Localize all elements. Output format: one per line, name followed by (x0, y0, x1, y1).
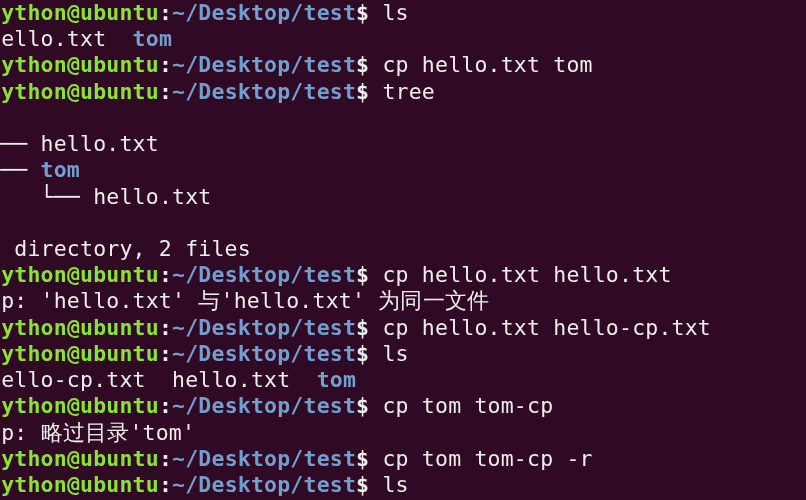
prompt-user: python (0, 79, 67, 104)
prompt-path: ~/Desktop/test (172, 0, 356, 25)
prompt-user: python (0, 472, 67, 497)
prompt-host: ubuntu (80, 341, 159, 366)
prompt-user: python (0, 262, 67, 287)
command-text: cp hello.txt hello-cp.txt (382, 315, 711, 340)
prompt-dollar: $ (356, 0, 369, 25)
prompt-dollar: $ (356, 446, 369, 471)
prompt-user: python (0, 341, 67, 366)
prompt-path: ~/Desktop/test (172, 472, 356, 497)
command-text: cp hello.txt hello.txt (382, 262, 671, 287)
prompt-at: @ (67, 472, 80, 497)
prompt-at: @ (67, 262, 80, 287)
prompt-colon: : (159, 341, 172, 366)
ls-output: hello-cp.txt hello.txt tom (0, 367, 806, 393)
command-text: ls (382, 341, 408, 366)
prompt-line: python@ubuntu:~/Desktop/test$ ls (0, 341, 806, 367)
command-text: cp tom tom-cp (382, 393, 553, 418)
prompt-path: ~/Desktop/test (172, 79, 356, 104)
prompt-dollar: $ (356, 262, 369, 287)
ls-file-entry: hello-cp.txt (0, 367, 146, 392)
blank-line (0, 210, 806, 236)
prompt-host: ubuntu (80, 446, 159, 471)
command-text: ls (382, 0, 408, 25)
ls-file-entry: hello.txt (172, 367, 290, 392)
ls-file-entry (106, 26, 132, 51)
prompt-colon: : (159, 446, 172, 471)
prompt-path: ~/Desktop/test (172, 315, 356, 340)
tree-file-entry: hello.txt (41, 131, 159, 156)
prompt-path: ~/Desktop/test (172, 341, 356, 366)
terminal-output[interactable]: python@ubuntu:~/Desktop/test$ lshello.tx… (0, 0, 806, 498)
prompt-dollar: $ (356, 79, 369, 104)
prompt-path: ~/Desktop/test (172, 52, 356, 77)
prompt-line: python@ubuntu:~/Desktop/test$ ls (0, 472, 806, 498)
prompt-path: ~/Desktop/test (172, 262, 356, 287)
prompt-path: ~/Desktop/test (172, 446, 356, 471)
prompt-line: python@ubuntu:~/Desktop/test$ cp tom tom… (0, 393, 806, 419)
ls-dir-entry: tom (133, 26, 172, 51)
output-line: cp: 略过目录'tom' (0, 420, 806, 446)
prompt-host: ubuntu (80, 262, 159, 287)
tree-file-entry: hello.txt (93, 184, 211, 209)
prompt-line: python@ubuntu:~/Desktop/test$ tree (0, 79, 806, 105)
prompt-colon: : (159, 52, 172, 77)
prompt-user: python (0, 393, 67, 418)
prompt-colon: : (159, 393, 172, 418)
prompt-path: ~/Desktop/test (172, 393, 356, 418)
prompt-line: python@ubuntu:~/Desktop/test$ cp hello.t… (0, 52, 806, 78)
prompt-host: ubuntu (80, 79, 159, 104)
output-line: cp: 'hello.txt' 与'hello.txt' 为同一文件 (0, 288, 806, 314)
tree-line: ├── hello.txt (0, 131, 806, 157)
prompt-user: python (0, 52, 67, 77)
tree-prefix: ├── (0, 131, 41, 156)
ls-file-entry (290, 367, 316, 392)
prompt-host: ubuntu (80, 315, 159, 340)
prompt-at: @ (67, 446, 80, 471)
ls-file-entry (146, 367, 172, 392)
prompt-at: @ (67, 341, 80, 366)
prompt-host: ubuntu (80, 472, 159, 497)
prompt-at: @ (67, 393, 80, 418)
prompt-dollar: $ (356, 393, 369, 418)
prompt-user: python (0, 0, 67, 25)
command-text: tree (382, 79, 435, 104)
prompt-line: python@ubuntu:~/Desktop/test$ cp hello.t… (0, 262, 806, 288)
prompt-host: ubuntu (80, 52, 159, 77)
prompt-dollar: $ (356, 52, 369, 77)
prompt-user: python (0, 446, 67, 471)
ls-output: hello.txt tom (0, 26, 806, 52)
prompt-user: python (0, 315, 67, 340)
output-line: . (0, 105, 806, 131)
prompt-at: @ (67, 52, 80, 77)
prompt-colon: : (159, 315, 172, 340)
prompt-host: ubuntu (80, 0, 159, 25)
prompt-colon: : (159, 472, 172, 497)
ls-dir-entry: tom (317, 367, 356, 392)
tree-line: └── tom (0, 157, 806, 183)
tree-prefix: └── (0, 184, 93, 209)
command-text: cp hello.txt tom (382, 52, 592, 77)
prompt-at: @ (67, 0, 80, 25)
prompt-line: python@ubuntu:~/Desktop/test$ ls (0, 0, 806, 26)
output-line: 1 directory, 2 files (0, 236, 806, 262)
prompt-dollar: $ (356, 472, 369, 497)
ls-file-entry: hello.txt (0, 26, 106, 51)
tree-dir-entry: tom (41, 157, 80, 182)
prompt-colon: : (159, 0, 172, 25)
prompt-dollar: $ (356, 315, 369, 340)
prompt-colon: : (159, 262, 172, 287)
prompt-dollar: $ (356, 341, 369, 366)
prompt-host: ubuntu (80, 393, 159, 418)
prompt-colon: : (159, 79, 172, 104)
prompt-line: python@ubuntu:~/Desktop/test$ cp tom tom… (0, 446, 806, 472)
tree-line: └── hello.txt (0, 184, 806, 210)
prompt-line: python@ubuntu:~/Desktop/test$ cp hello.t… (0, 315, 806, 341)
command-text: cp tom tom-cp -r (382, 446, 592, 471)
prompt-at: @ (67, 315, 80, 340)
tree-prefix: └── (0, 157, 41, 182)
command-text: ls (382, 472, 408, 497)
prompt-at: @ (67, 79, 80, 104)
